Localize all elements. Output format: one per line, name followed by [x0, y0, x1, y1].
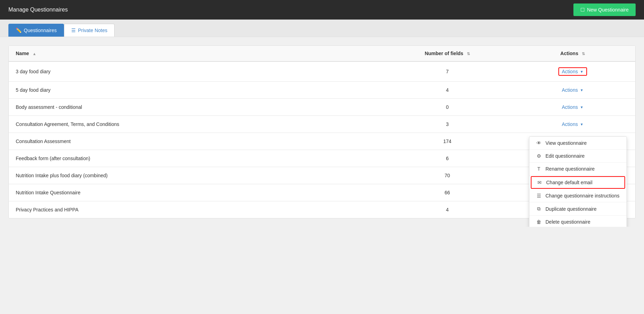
cell-actions: Actions ▼ [510, 61, 635, 82]
actions-button[interactable]: Actions ▼ [562, 121, 584, 127]
cell-name: Body assessment - conditional [9, 99, 385, 116]
table-row: 3 day food diary7Actions ▼ [9, 61, 635, 82]
dropdown-icon-duplicate: ⧉ [536, 206, 542, 212]
tab-questionnaires[interactable]: ✏️ Questionnaires [8, 24, 64, 37]
caret-icon: ▼ [580, 70, 584, 74]
dropdown-icon-change-instructions: ☰ [536, 193, 542, 199]
table-container: Name ▲ Number of fields ⇅ Actions ⇅ 3 da… [8, 45, 636, 218]
dropdown-icon-rename: T [536, 166, 542, 172]
actions-button[interactable]: Actions ▼ [562, 87, 584, 93]
dropdown-icon-delete: 🗑 [536, 219, 542, 225]
dropdown-icon-view: 👁 [536, 140, 542, 146]
dropdown-label-delete: Delete questionnaire [545, 219, 590, 225]
dropdown-label-change-instructions: Change questionnaire instructions [545, 193, 620, 199]
tab-private-notes[interactable]: ☰ Private Notes [64, 24, 115, 37]
caret-icon: ▼ [580, 122, 584, 126]
header: Manage Questionnaires ☐ New Questionnair… [0, 0, 644, 20]
sort-icon-fields[interactable]: ⇅ [467, 52, 470, 56]
cell-num-fields: 7 [385, 61, 510, 82]
table-row: 5 day food diary4Actions ▼ [9, 82, 635, 99]
dropdown-label-duplicate: Duplicate questionnaire [545, 206, 596, 212]
new-questionnaire-icon: ☐ [580, 7, 585, 13]
cell-name: 3 day food diary [9, 61, 385, 82]
tab-private-notes-label: Private Notes [78, 28, 107, 33]
sort-icon-actions[interactable]: ⇅ [582, 52, 585, 56]
table-row: Consultation Agreement, Terms, and Condi… [9, 116, 635, 133]
dropdown-item-change-instructions[interactable]: ☰Change questionnaire instructions [529, 189, 627, 202]
tab-private-notes-icon: ☰ [71, 28, 76, 33]
tab-questionnaires-icon: ✏️ [16, 28, 22, 33]
main-content: Name ▲ Number of fields ⇅ Actions ⇅ 3 da… [0, 37, 644, 227]
dropdown-item-change-email[interactable]: ✉Change default email [531, 176, 625, 189]
dropdown-label-view: View questionnaire [545, 140, 587, 146]
cell-name: Nutrition Intake plus food diary (combin… [9, 167, 385, 184]
caret-icon: ▼ [580, 105, 584, 109]
col-name: Name ▲ [9, 46, 385, 61]
cell-num-fields: 3 [385, 116, 510, 133]
tab-questionnaires-label: Questionnaires [24, 28, 57, 33]
cell-name: 5 day food diary [9, 82, 385, 99]
cell-num-fields: 70 [385, 167, 510, 184]
dropdown-icon-change-email: ✉ [536, 180, 543, 185]
cell-name: Consultation Agreement, Terms, and Condi… [9, 116, 385, 133]
cell-name: Nutrition Intake Questionnaire [9, 184, 385, 201]
tabs-bar: ✏️ Questionnaires ☰ Private Notes [0, 20, 644, 37]
actions-button-highlighted[interactable]: Actions ▼ [558, 67, 587, 76]
dropdown-label-rename: Rename questionnaire [545, 166, 595, 172]
header-title: Manage Questionnaires [8, 7, 68, 13]
cell-num-fields: 4 [385, 201, 510, 218]
cell-num-fields: 4 [385, 82, 510, 99]
actions-button[interactable]: Actions ▼ [562, 104, 584, 110]
cell-name: Feedback form (after consultation) [9, 150, 385, 167]
table-header-row: Name ▲ Number of fields ⇅ Actions ⇅ [9, 46, 635, 61]
cell-num-fields: 174 [385, 133, 510, 150]
new-questionnaire-label: New Questionnaire [587, 7, 629, 13]
cell-num-fields: 0 [385, 99, 510, 116]
dropdown-item-rename[interactable]: TRename questionnaire [529, 163, 627, 175]
new-questionnaire-button[interactable]: ☐ New Questionnaire [573, 3, 636, 16]
cell-num-fields: 6 [385, 150, 510, 167]
dropdown-label-change-email: Change default email [546, 180, 592, 185]
caret-icon: ▼ [580, 88, 584, 92]
cell-actions: Actions ▼ [510, 116, 635, 133]
col-actions: Actions ⇅ [510, 46, 635, 61]
col-num-fields: Number of fields ⇅ [385, 46, 510, 61]
dropdown-item-duplicate[interactable]: ⧉Duplicate questionnaire [529, 202, 627, 216]
cell-name: Consultation Assessment [9, 133, 385, 150]
dropdown-icon-edit: ⚙ [536, 153, 542, 159]
cell-name: Privacy Practices and HIPPA [9, 201, 385, 218]
cell-actions: Actions ▼ [510, 99, 635, 116]
sort-icon-name[interactable]: ▲ [32, 52, 36, 56]
dropdown-item-edit[interactable]: ⚙Edit questionnaire [529, 150, 627, 163]
cell-num-fields: 66 [385, 184, 510, 201]
dropdown-item-delete[interactable]: 🗑Delete questionnaire [529, 216, 627, 227]
cell-actions: Actions ▼ [510, 82, 635, 99]
dropdown-label-edit: Edit questionnaire [545, 153, 585, 159]
actions-dropdown: 👁View questionnaire⚙Edit questionnaireTR… [529, 136, 627, 227]
table-row: Body assessment - conditional0Actions ▼ [9, 99, 635, 116]
dropdown-item-view[interactable]: 👁View questionnaire [529, 137, 627, 150]
